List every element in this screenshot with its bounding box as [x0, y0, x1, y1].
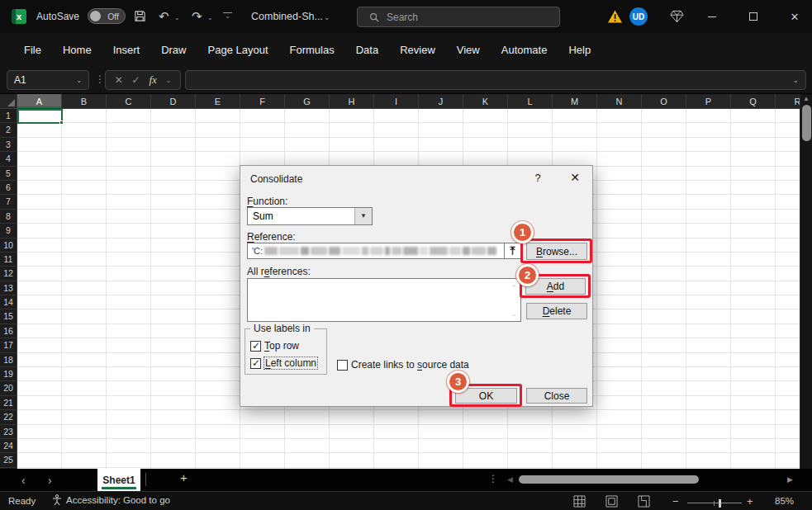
cell-O22[interactable]	[642, 410, 686, 424]
column-header-C[interactable]: C	[107, 94, 151, 109]
cell-P11[interactable]	[686, 253, 731, 267]
cell-E22[interactable]	[196, 410, 240, 424]
row-header-18[interactable]: 18	[0, 353, 17, 367]
cell-D18[interactable]	[151, 353, 196, 367]
cell-Q19[interactable]	[731, 367, 776, 381]
column-header-I[interactable]: I	[374, 94, 419, 109]
cell-Q8[interactable]	[731, 210, 776, 224]
all-references-listbox[interactable]: ⌃ ⌄	[247, 278, 521, 322]
cell-O6[interactable]	[642, 181, 686, 195]
column-header-K[interactable]: K	[463, 94, 508, 109]
column-header-O[interactable]: O	[642, 94, 686, 109]
cell-M24[interactable]	[553, 439, 597, 453]
cell-B20[interactable]	[62, 381, 107, 395]
cell-B15[interactable]	[62, 309, 107, 323]
cell-P21[interactable]	[686, 396, 731, 410]
insert-function-icon[interactable]: fx	[149, 73, 156, 87]
cell-D21[interactable]	[151, 396, 196, 410]
cell-G25[interactable]	[285, 453, 330, 467]
cell-K24[interactable]	[463, 439, 508, 453]
cell-P9[interactable]	[686, 224, 731, 238]
cell-B17[interactable]	[62, 338, 107, 352]
cell-D17[interactable]	[151, 338, 196, 352]
cell-D9[interactable]	[151, 224, 196, 238]
cell-H3[interactable]	[330, 138, 374, 152]
save-icon[interactable]	[134, 10, 146, 22]
cell-A8[interactable]	[17, 210, 62, 224]
fill-handle[interactable]	[59, 120, 64, 125]
cell-A11[interactable]	[17, 253, 62, 267]
cell-A12[interactable]	[17, 267, 62, 281]
cell-P6[interactable]	[686, 181, 731, 195]
row-header-2[interactable]: 2	[0, 123, 17, 137]
undo-chevron-icon[interactable]: ⌄	[174, 15, 180, 21]
cell-A7[interactable]	[17, 195, 62, 209]
cell-B6[interactable]	[62, 181, 107, 195]
cell-A2[interactable]	[17, 123, 62, 137]
cell-E18[interactable]	[196, 353, 240, 367]
cell-P7[interactable]	[686, 195, 731, 209]
row-header-7[interactable]: 7	[0, 195, 17, 209]
column-header-H[interactable]: H	[330, 94, 374, 109]
cell-O9[interactable]	[642, 224, 686, 238]
cell-A10[interactable]	[17, 238, 62, 253]
cell-P23[interactable]	[686, 425, 731, 439]
cell-D3[interactable]	[151, 138, 196, 152]
cell-P25[interactable]	[686, 453, 731, 467]
cell-N20[interactable]	[597, 381, 642, 395]
cell-Q1[interactable]	[731, 109, 776, 123]
cell-J23[interactable]	[419, 425, 463, 439]
column-header-L[interactable]: L	[508, 94, 553, 109]
cell-A23[interactable]	[17, 425, 62, 439]
ribbon-tab-page-layout[interactable]: Page Layout	[197, 44, 279, 56]
cell-N19[interactable]	[597, 367, 642, 381]
ribbon-tab-data[interactable]: Data	[345, 44, 389, 56]
cell-G2[interactable]	[285, 123, 330, 137]
column-header-E[interactable]: E	[196, 94, 240, 109]
cell-P10[interactable]	[686, 238, 731, 253]
column-header-J[interactable]: J	[419, 94, 463, 109]
listbox-scroll-down-icon[interactable]: ⌄	[510, 309, 517, 318]
cell-O20[interactable]	[642, 381, 686, 395]
cell-D10[interactable]	[151, 238, 196, 253]
cell-O24[interactable]	[642, 439, 686, 453]
cell-C9[interactable]	[107, 224, 151, 238]
row-header-19[interactable]: 19	[0, 367, 17, 381]
ribbon-tab-view[interactable]: View	[446, 44, 491, 56]
column-header-B[interactable]: B	[62, 94, 107, 109]
row-header-3[interactable]: 3	[0, 138, 17, 152]
cell-B3[interactable]	[62, 138, 107, 152]
cell-J4[interactable]	[419, 152, 463, 166]
cell-B1[interactable]	[62, 109, 107, 123]
cell-A18[interactable]	[17, 353, 62, 367]
cell-O13[interactable]	[642, 281, 686, 295]
cell-N10[interactable]	[597, 238, 642, 253]
left-column-checkbox[interactable]	[250, 358, 261, 369]
cell-L25[interactable]	[508, 453, 553, 467]
column-header-G[interactable]: G	[285, 94, 330, 109]
reference-input[interactable]: 'C:	[247, 243, 505, 259]
cell-B5[interactable]	[62, 167, 107, 181]
cell-P15[interactable]	[686, 309, 731, 323]
cell-D16[interactable]	[151, 324, 196, 338]
cell-D19[interactable]	[151, 367, 196, 381]
vertical-scrollbar[interactable]: ▲	[800, 94, 812, 469]
ribbon-tab-insert[interactable]: Insert	[102, 44, 151, 56]
cell-C23[interactable]	[107, 425, 151, 439]
cell-C8[interactable]	[107, 210, 151, 224]
ribbon-tab-draw[interactable]: Draw	[150, 44, 197, 56]
row-header-14[interactable]: 14	[0, 295, 17, 309]
cell-P22[interactable]	[686, 410, 731, 424]
row-header-25[interactable]: 25	[0, 453, 17, 467]
cell-O16[interactable]	[642, 324, 686, 338]
ribbon-tab-help[interactable]: Help	[558, 44, 601, 56]
new-sheet-button[interactable]: +	[180, 470, 188, 484]
cell-P5[interactable]	[686, 167, 731, 181]
cell-C22[interactable]	[107, 410, 151, 424]
cell-N25[interactable]	[597, 453, 642, 467]
cell-Q21[interactable]	[731, 396, 776, 410]
cell-A21[interactable]	[17, 396, 62, 410]
scroll-up-icon[interactable]: ▲	[800, 94, 812, 104]
cell-P17[interactable]	[686, 338, 731, 352]
cell-E25[interactable]	[196, 453, 240, 467]
